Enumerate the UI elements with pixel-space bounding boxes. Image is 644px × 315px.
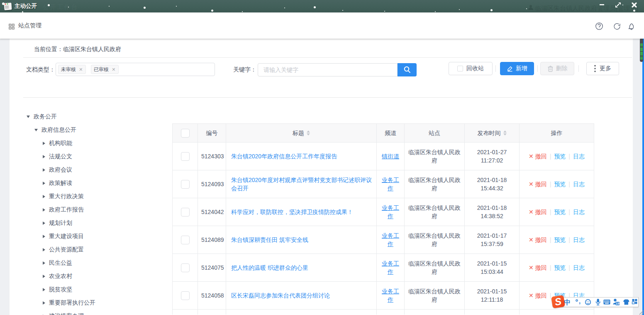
svg-text:19: 19	[616, 302, 619, 305]
svg-text:,: ,	[579, 298, 581, 305]
svg-text:中: 中	[564, 299, 571, 306]
